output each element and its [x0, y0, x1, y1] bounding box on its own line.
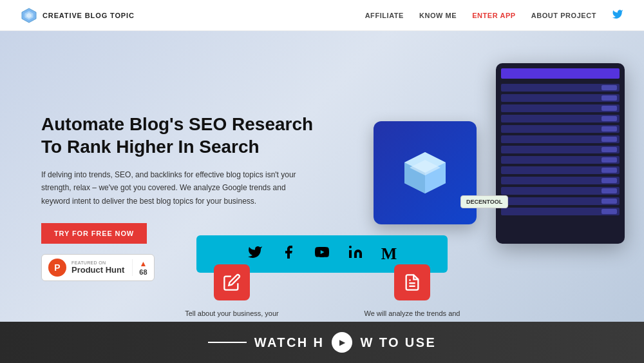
watch-play-icon[interactable]: ▶	[332, 332, 352, 353]
tablet-row-13	[501, 208, 620, 215]
tablet-row-5	[501, 125, 620, 133]
ph-arrow-icon: ▲	[140, 259, 147, 268]
tablet-row-6	[501, 135, 620, 143]
logo-icon	[21, 7, 37, 24]
cta-button[interactable]: TRY FOR FREE NOW	[41, 223, 147, 244]
navbar: CREATIVE BLOG TOPIC AFFILIATE KNOW ME EN…	[0, 0, 644, 31]
nav-about-project[interactable]: ABOUT PROJECT	[531, 12, 596, 19]
nav-enter-app[interactable]: ENTER APP	[472, 12, 516, 19]
cube-illustration	[374, 121, 477, 224]
svg-point-8	[349, 246, 352, 248]
feature-2-icon	[394, 264, 430, 300]
tablet-row-7	[501, 146, 620, 153]
ph-featured-label: FEATURED ON	[71, 260, 124, 265]
tablet-row-11	[501, 187, 620, 195]
hero-title: Automate Blog's SEO Research To Rank Hig…	[41, 113, 337, 158]
tablet-mockup	[496, 63, 625, 244]
twitter-nav-icon[interactable]	[612, 8, 623, 23]
product-hunt-badge[interactable]: P FEATURED ON Product Hunt ▲ 68	[41, 254, 155, 281]
tablet-row-1	[501, 84, 620, 92]
nav-affiliate[interactable]: AFFILIATE	[365, 12, 404, 19]
watch-section: WATCH H ▶ W TO USE	[0, 322, 644, 363]
product-hunt-icon: P	[48, 259, 66, 277]
brand-text: CREATIVE BLOG TOPIC	[43, 12, 135, 19]
cube-icon	[399, 147, 451, 199]
tablet-screen	[496, 63, 625, 221]
feature-2: We will analyze the trends and give you …	[361, 264, 464, 331]
hero-section: Automate Blog's SEO Research To Rank Hig…	[0, 31, 644, 363]
hero-content: Automate Blog's SEO Research To Rank Hig…	[41, 113, 337, 281]
brand[interactable]: CREATIVE BLOG TOPIC	[21, 7, 135, 24]
decentool-badge: DECENTOOL	[460, 195, 508, 208]
tablet-row-2	[501, 94, 620, 102]
medium-social-icon[interactable]: M	[381, 246, 397, 262]
ph-vote-count: 68	[139, 268, 147, 276]
tablet-row-12	[501, 197, 620, 205]
tablet-row-10	[501, 177, 620, 184]
watch-label: WATCH H	[254, 335, 325, 350]
nav-links: AFFILIATE KNOW ME ENTER APP ABOUT PROJEC…	[365, 8, 623, 23]
watch-divider	[208, 342, 247, 343]
tablet-header-row	[501, 68, 620, 79]
ph-name: Product Hunt	[71, 265, 124, 275]
product-hunt-text: FEATURED ON Product Hunt	[71, 260, 124, 275]
tablet-row-9	[501, 166, 620, 174]
nav-know-me[interactable]: KNOW ME	[419, 12, 457, 19]
watch-label-2: W TO USE	[360, 335, 436, 350]
tablet-row-3	[501, 104, 620, 112]
tablet-row-4	[501, 115, 620, 123]
ph-votes: ▲ 68	[132, 259, 147, 276]
linkedin-social-icon[interactable]	[348, 244, 363, 264]
hero-description: If delving into trends, SEO, and backlin…	[41, 168, 312, 208]
tablet-row-8	[501, 156, 620, 164]
